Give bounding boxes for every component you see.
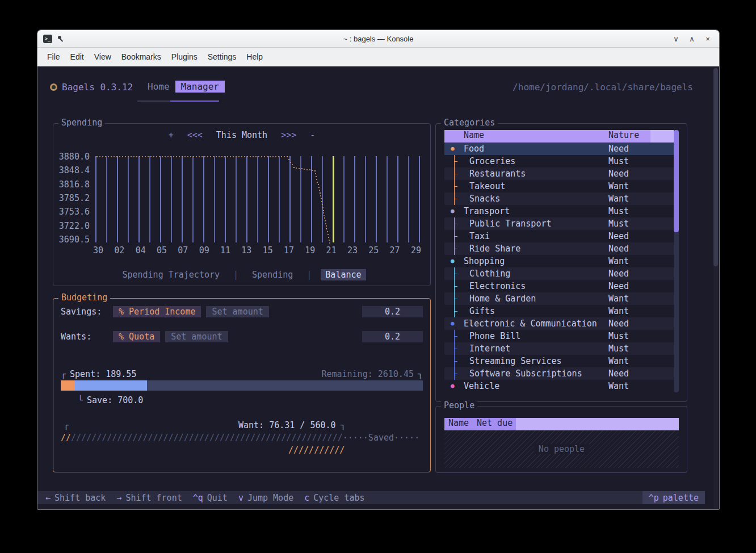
wants-set-amount-button[interactable]: Set amount — [165, 331, 228, 342]
category-row[interactable]: ●TransportMust — [444, 205, 674, 217]
balance-bar — [333, 156, 334, 242]
trajectory-dot — [312, 170, 313, 171]
category-row[interactable]: ●VehicleWant — [444, 380, 674, 392]
zoom-out-button[interactable]: - — [310, 130, 315, 140]
tab-home[interactable]: Home — [142, 81, 175, 93]
bracket-bottom-left: └ — [78, 395, 83, 405]
maximize-button[interactable]: ∧ — [685, 32, 699, 45]
spending-panel-title: Spending — [58, 118, 105, 128]
category-name: Home & Garden — [469, 292, 536, 305]
trajectory-dot — [314, 170, 316, 171]
category-row[interactable]: Phone BillMust — [444, 330, 674, 342]
categories-scrollbar[interactable] — [674, 130, 679, 392]
category-row[interactable]: SnacksWant — [444, 192, 674, 205]
category-row[interactable]: ●FoodNeed — [444, 143, 674, 155]
footer-shortcut[interactable]: vJump Mode — [238, 493, 293, 503]
category-row[interactable]: TaxiNeed — [444, 230, 674, 242]
people-column-net-due: Net due — [477, 418, 513, 428]
close-button[interactable]: × — [701, 32, 715, 45]
period-controls: + <<< This Month >>> - — [53, 130, 430, 140]
tree-tick-icon — [454, 186, 457, 187]
trajectory-dot — [201, 156, 203, 157]
trajectory-dot — [287, 156, 288, 157]
prev-period-button[interactable]: <<< — [187, 130, 203, 140]
trajectory-dot — [213, 156, 214, 157]
footer-shortcut[interactable]: cCycle tabs — [304, 493, 364, 503]
palette-label: palette — [663, 493, 699, 503]
data-path: /home/jordang/.local/share/bagels — [513, 82, 693, 93]
savings-period-income-button[interactable]: % Period Income — [113, 306, 201, 317]
tab-underline-home — [137, 100, 170, 102]
y-tick-label: 3880.0 — [59, 152, 90, 162]
category-row[interactable]: Public TransportMust — [444, 217, 674, 230]
window-title: ~ : bagels — Konsole — [37, 35, 719, 43]
app-tabs: Home Manager — [142, 81, 225, 93]
minimize-button[interactable]: ∨ — [669, 32, 683, 45]
savings-set-amount-button[interactable]: Set amount — [206, 306, 268, 317]
category-row[interactable]: ElectronicsNeed — [444, 280, 674, 292]
category-row[interactable]: ClothingNeed — [444, 267, 674, 280]
balance-bar — [95, 156, 96, 242]
menu-edit[interactable]: Edit — [65, 50, 89, 64]
x-tick-label: 15 — [263, 245, 273, 255]
category-row[interactable]: Ride ShareNeed — [444, 242, 674, 255]
footer-shortcut[interactable]: →Shift front — [116, 493, 182, 503]
view-spending[interactable]: Spending — [247, 269, 297, 280]
category-row[interactable]: TakeoutWant — [444, 180, 674, 192]
terminal-scrollbar[interactable] — [713, 68, 718, 509]
wants-quota-button[interactable]: % Quota — [113, 331, 160, 342]
trajectory-dot — [292, 164, 293, 165]
tree-tick-icon — [454, 349, 457, 349]
category-row[interactable]: Software SubscriptionsNeed — [444, 367, 674, 380]
view-balance[interactable]: Balance — [321, 269, 366, 280]
chart-plot — [93, 156, 421, 242]
category-row[interactable]: ●ShoppingWant — [444, 255, 674, 267]
title-bar[interactable]: >_ ~ : bagels — Konsole ∨ ∧ × — [37, 30, 719, 48]
category-row[interactable]: Streaming ServicesWant — [444, 355, 674, 367]
category-nature: Want — [608, 305, 629, 317]
scrollbar-thumb[interactable] — [674, 130, 679, 232]
categories-panel-title: Categories — [441, 118, 498, 128]
category-row[interactable]: InternetMust — [444, 342, 674, 355]
footer-shortcut[interactable]: ←Shift back — [45, 493, 106, 503]
category-nature: Want — [608, 355, 629, 367]
x-tick-label: 09 — [199, 245, 209, 255]
view-spending-trajectory[interactable]: Spending Trajectory — [117, 269, 224, 280]
category-row[interactable]: GroceriesMust — [444, 155, 674, 167]
menu-bookmarks[interactable]: Bookmarks — [116, 50, 166, 64]
footer-shortcut[interactable]: ^qQuit — [193, 493, 228, 503]
menu-file[interactable]: File — [42, 50, 65, 64]
category-row[interactable]: RestaurantsNeed — [444, 167, 674, 180]
category-name: Ride Share — [469, 242, 520, 255]
trajectory-dot — [131, 156, 132, 157]
terminal-scrollbar-thumb[interactable] — [713, 68, 718, 266]
trajectory-dot — [224, 156, 225, 157]
trajectory-dot — [173, 156, 174, 157]
trajectory-dot — [267, 156, 268, 157]
wants-value-input[interactable]: 0.2 — [362, 331, 423, 342]
category-row[interactable]: ●Electronic & CommunicationNeed — [444, 317, 674, 330]
menu-help[interactable]: Help — [241, 50, 268, 64]
next-period-button[interactable]: >>> — [281, 130, 296, 140]
balance-bar — [236, 156, 237, 242]
category-row[interactable]: Home & GardenWant — [444, 292, 674, 305]
menu-view[interactable]: View — [89, 50, 116, 64]
zoom-in-button[interactable]: + — [169, 130, 174, 140]
shortcut-key: → — [116, 493, 121, 503]
menu-plugins[interactable]: Plugins — [166, 50, 203, 64]
trajectory-dot — [316, 176, 317, 177]
savings-value-input[interactable]: 0.2 — [362, 306, 423, 317]
budgeting-panel-title: Budgeting — [58, 292, 110, 303]
people-header: Name Net due — [444, 418, 679, 430]
trajectory-dot — [236, 156, 237, 157]
save-row: └ Save: 700.0 — [78, 394, 423, 407]
menu-settings[interactable]: Settings — [203, 50, 242, 64]
trajectory-dot — [299, 168, 300, 169]
category-name: Clothing — [469, 267, 510, 280]
category-name: Snacks — [469, 192, 500, 205]
tab-manager[interactable]: Manager — [175, 81, 225, 93]
category-row[interactable]: GiftsWant — [444, 305, 674, 317]
trajectory-dot — [133, 156, 135, 157]
shortcut-key: v — [238, 493, 243, 503]
palette-shortcut[interactable]: ^p palette — [642, 491, 705, 504]
